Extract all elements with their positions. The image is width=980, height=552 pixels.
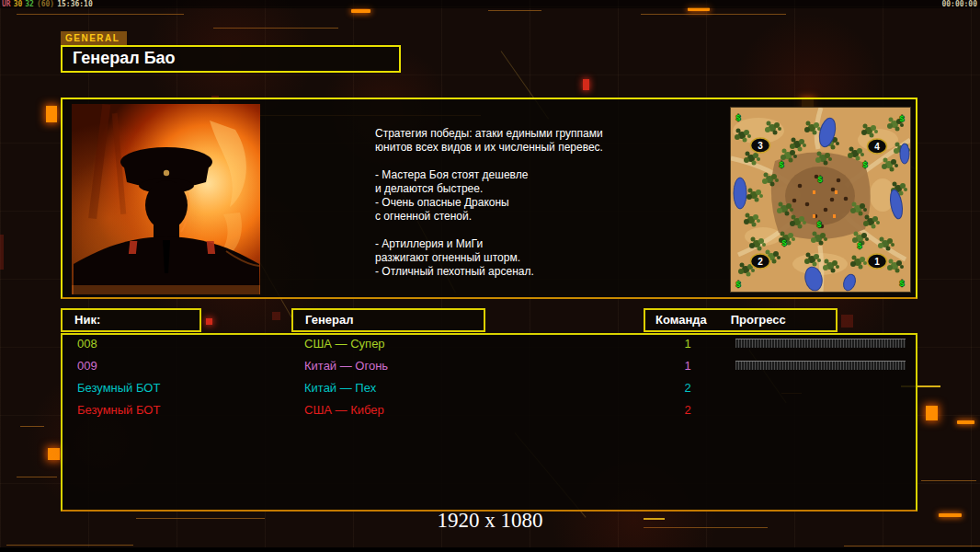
bg-decoration <box>0 235 4 270</box>
debug-stats: UR3032(60)15:36:10 <box>2 0 96 8</box>
bg-decoration <box>844 546 980 546</box>
bg-decoration <box>272 312 280 320</box>
debug-stat: UR <box>2 0 11 8</box>
player-team: 2 <box>679 377 696 399</box>
column-header-nick: Ник: <box>61 308 201 332</box>
bg-decoration <box>46 106 57 122</box>
supply-dollar-icon: $ <box>817 175 822 184</box>
bg-decoration <box>20 426 44 427</box>
player-team: 2 <box>679 399 696 421</box>
bg-decoration <box>583 79 589 90</box>
bg-decoration <box>48 448 60 460</box>
debug-stat: (60) <box>37 0 54 8</box>
player-general: США — Кибер <box>304 399 384 421</box>
bottom-letterbox <box>0 547 980 552</box>
supply-dollar-icon: $ <box>735 113 740 122</box>
player-row: 008США — Супер1 <box>63 333 916 355</box>
bg-decoration <box>6 545 133 546</box>
minimap: $$$$$$$$$$3421 <box>731 108 910 292</box>
general-name-title: Генерал Бао <box>61 45 401 73</box>
supply-dollar-icon: $ <box>816 220 821 229</box>
player-nick: 008 <box>77 333 97 355</box>
bg-decoration <box>17 14 184 15</box>
bg-decoration <box>841 315 853 328</box>
supply-dollar-icon: $ <box>899 279 904 288</box>
start-position-number: 3 <box>758 141 763 151</box>
top-letterbox <box>0 0 980 8</box>
resolution-label: 1920 x 1080 <box>0 509 980 533</box>
column-header-team-progress: Команда Прогресс <box>644 308 838 332</box>
player-team: 1 <box>679 355 696 377</box>
loading-screen: UR3032(60)15:36:10 00:00:00 GENERAL Гене… <box>0 0 980 552</box>
supply-dollar-icon: $ <box>735 280 740 289</box>
supply-dollar-icon: $ <box>781 238 786 247</box>
start-position-number: 4 <box>874 142 880 152</box>
column-header-team: Команда <box>655 310 707 330</box>
general-tab: GENERAL <box>61 31 127 45</box>
supply-dollar-icon: $ <box>857 241 861 250</box>
match-timer: 00:00:00 <box>941 0 977 8</box>
start-position-number: 1 <box>874 257 880 267</box>
player-general: Китай — Пех <box>304 377 376 399</box>
bg-decoration <box>926 406 938 420</box>
player-row: 009Китай — Огонь1 <box>63 355 916 377</box>
bg-decoration <box>206 318 212 325</box>
player-team: 1 <box>679 333 696 355</box>
bg-decoration <box>641 14 786 15</box>
progress-bar <box>735 361 906 370</box>
column-header-progress: Прогресс <box>731 310 786 330</box>
debug-stat: 32 <box>25 0 34 8</box>
player-nick: Безумный БОТ <box>77 399 160 421</box>
player-row: Безумный БОТКитай — Пех2 <box>63 377 916 399</box>
player-list-panel: 008США — Супер1009Китай — Огонь1Безумный… <box>61 333 917 512</box>
player-row: Безумный БОТСША — Кибер2 <box>63 399 916 421</box>
minimap-art: $$$$$$$$$$3421 <box>731 108 910 292</box>
player-general: Китай — Огонь <box>304 355 388 377</box>
column-header-general: Генерал <box>291 308 485 332</box>
progress-bar <box>735 339 906 348</box>
bg-decoration <box>488 10 541 11</box>
start-position-number: 2 <box>758 257 763 267</box>
bg-decoration <box>213 28 338 29</box>
bg-decoration <box>921 480 976 481</box>
debug-stat: 15:36:10 <box>57 0 93 8</box>
general-portrait <box>72 104 260 294</box>
bg-decoration <box>351 9 370 13</box>
bg-decoration <box>957 420 974 424</box>
briefing-panel: Стратегия победы: атаки едиными группами… <box>61 98 917 299</box>
supply-dollar-icon: $ <box>899 114 904 123</box>
debug-stat: 30 <box>14 0 23 8</box>
supply-dollar-icon: $ <box>862 160 867 169</box>
player-general: США — Супер <box>304 333 385 355</box>
player-nick: Безумный БОТ <box>77 377 160 399</box>
strategy-text: Стратегия победы: атаки едиными группами… <box>375 127 669 279</box>
player-nick: 009 <box>77 355 97 377</box>
portrait-art <box>72 104 260 294</box>
player-rows: 008США — Супер1009Китай — Огонь1Безумный… <box>63 333 916 510</box>
bg-decoration <box>17 477 57 477</box>
supply-dollar-icon: $ <box>779 160 783 169</box>
